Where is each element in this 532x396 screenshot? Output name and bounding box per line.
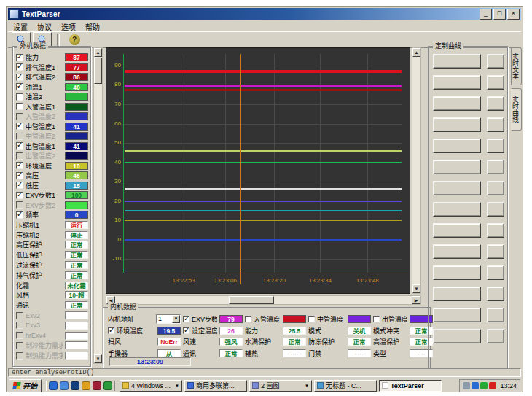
scrollbar-thumb[interactable] bbox=[229, 296, 274, 304]
curve-color-button[interactable] bbox=[487, 287, 504, 301]
custom-curve-button[interactable] bbox=[433, 265, 481, 280]
tab-realtime-curve[interactable]: 实时曲线 bbox=[511, 88, 522, 131]
checkbox[interactable] bbox=[373, 316, 380, 322]
outdoor-groupbox: 外机数据 能力87排气温度177排气温度286油温140油温2入管温度1入管温度… bbox=[12, 46, 91, 367]
curve-color-button[interactable] bbox=[487, 117, 504, 132]
custom-curve-button[interactable] bbox=[433, 244, 481, 259]
checkbox[interactable] bbox=[183, 327, 189, 334]
checkbox[interactable] bbox=[16, 93, 23, 101]
scroll-down-icon[interactable]: ▼ bbox=[94, 354, 102, 363]
checkbox[interactable] bbox=[108, 327, 114, 334]
custom-curve-button[interactable] bbox=[433, 54, 481, 69]
system-tray: 13:24 bbox=[459, 379, 520, 392]
checkbox[interactable] bbox=[245, 316, 251, 322]
chart-hscrollbar[interactable]: ◀ ▶ bbox=[106, 295, 421, 305]
checkbox[interactable] bbox=[16, 142, 23, 150]
menu-item[interactable]: 设置 bbox=[13, 21, 28, 32]
curve-color-button[interactable] bbox=[487, 96, 504, 111]
outdoor-scrollbar[interactable]: ▲ ▼ bbox=[93, 47, 103, 364]
close-button[interactable]: × bbox=[507, 9, 520, 20]
curve-color-button[interactable] bbox=[487, 329, 504, 343]
browser-icon[interactable] bbox=[49, 381, 58, 390]
curve-color-button[interactable] bbox=[487, 265, 504, 280]
checkbox[interactable] bbox=[16, 192, 23, 199]
scroll-up-icon[interactable]: ▲ bbox=[94, 48, 102, 57]
checkbox[interactable] bbox=[16, 74, 23, 81]
curve-color-button[interactable] bbox=[487, 54, 504, 69]
security-icon[interactable] bbox=[93, 381, 101, 390]
checkbox[interactable] bbox=[16, 162, 23, 169]
checkbox[interactable] bbox=[16, 54, 23, 61]
tray-icon-4[interactable] bbox=[489, 382, 496, 389]
custom-curve-row bbox=[433, 117, 504, 132]
checkbox[interactable] bbox=[16, 83, 23, 90]
minimize-button[interactable]: _ bbox=[480, 9, 492, 20]
curve-color-button[interactable] bbox=[487, 75, 504, 90]
outdoor-item-value bbox=[65, 112, 88, 120]
tray-icon-3[interactable] bbox=[480, 382, 488, 389]
menu-item[interactable]: 选项 bbox=[61, 21, 76, 32]
chart-vscrollbar[interactable]: ▲ ▼ bbox=[412, 47, 421, 294]
update-icon[interactable] bbox=[103, 381, 112, 390]
tab-realtime-text[interactable]: 实时文本 bbox=[511, 47, 522, 85]
outdoor-item: 中管温度141 bbox=[16, 122, 88, 132]
messenger-icon[interactable] bbox=[71, 381, 79, 390]
taskbar-window-button[interactable]: 2 画图▼ bbox=[249, 380, 312, 392]
tray-icon-2[interactable] bbox=[472, 382, 479, 389]
mail-icon[interactable] bbox=[60, 381, 69, 390]
checkbox[interactable] bbox=[16, 182, 23, 189]
outdoor-item-label: 频率 bbox=[26, 210, 63, 220]
indoor-row: 水满保护正常 bbox=[245, 336, 306, 348]
document-icon bbox=[187, 382, 194, 389]
checkbox[interactable] bbox=[16, 123, 23, 130]
custom-curve-button[interactable] bbox=[433, 202, 481, 217]
checkbox[interactable] bbox=[16, 63, 23, 71]
custom-curve-button[interactable] bbox=[433, 160, 481, 174]
curve-color-button[interactable] bbox=[487, 139, 504, 153]
custom-curve-button[interactable] bbox=[433, 96, 481, 111]
checkbox bbox=[16, 332, 23, 339]
curve-color-button[interactable] bbox=[487, 181, 504, 195]
custom-curve-button[interactable] bbox=[433, 139, 481, 153]
dropdown-arrow-icon[interactable]: ▼ bbox=[172, 315, 180, 323]
taskbar-window-button[interactable]: TextParser bbox=[379, 380, 442, 392]
custom-curve-button[interactable] bbox=[433, 117, 481, 132]
outdoor-status: 过流保护正常 bbox=[16, 260, 88, 271]
outdoor-item-value bbox=[65, 132, 88, 140]
curve-color-button[interactable] bbox=[487, 160, 504, 174]
maximize-button[interactable]: □ bbox=[493, 9, 506, 20]
scroll-down-icon[interactable]: ▼ bbox=[412, 284, 420, 293]
outdoor-item-label: 低压 bbox=[26, 181, 63, 190]
custom-curve-button[interactable] bbox=[433, 308, 481, 322]
curve-color-button[interactable] bbox=[487, 244, 504, 259]
outdoor-item: 频率0 bbox=[16, 210, 88, 220]
tray-icon-1[interactable] bbox=[463, 382, 470, 389]
media-icon[interactable] bbox=[82, 381, 90, 390]
scrollbar-thumb[interactable] bbox=[94, 58, 102, 84]
scroll-right-icon[interactable]: ▶ bbox=[412, 296, 420, 304]
custom-curve-button[interactable] bbox=[433, 287, 481, 301]
curve-color-button[interactable] bbox=[487, 202, 504, 217]
curve-color-button[interactable] bbox=[487, 223, 504, 238]
unit-address-select[interactable]: 1▼ bbox=[156, 314, 181, 324]
menu-item[interactable]: 协议 bbox=[37, 21, 52, 32]
custom-curve-button[interactable] bbox=[433, 181, 481, 195]
custom-curve-button[interactable] bbox=[433, 75, 481, 90]
menu-item[interactable]: 帮助 bbox=[85, 21, 100, 32]
curve-color-button[interactable] bbox=[487, 308, 504, 322]
taskbar-window-button[interactable]: 4 Windows ...▼ bbox=[120, 380, 182, 392]
scroll-up-icon[interactable]: ▲ bbox=[412, 48, 420, 57]
checkbox[interactable] bbox=[183, 316, 189, 322]
custom-curve-button[interactable] bbox=[433, 223, 481, 238]
taskbar-window-button[interactable]: 无标题 - C... bbox=[314, 380, 377, 392]
checkbox[interactable] bbox=[16, 103, 23, 110]
start-button[interactable]: 开始 bbox=[9, 379, 42, 392]
checkbox[interactable] bbox=[16, 211, 23, 219]
outdoor-item-value: 15 bbox=[65, 182, 88, 190]
checkbox[interactable] bbox=[308, 316, 315, 322]
outdoor-item: 能力87 bbox=[16, 53, 88, 63]
checkbox[interactable] bbox=[16, 172, 23, 179]
grid-line bbox=[124, 259, 402, 260]
taskbar-window-button[interactable]: 商用多联第... bbox=[184, 380, 247, 392]
custom-curve-button[interactable] bbox=[433, 329, 481, 343]
